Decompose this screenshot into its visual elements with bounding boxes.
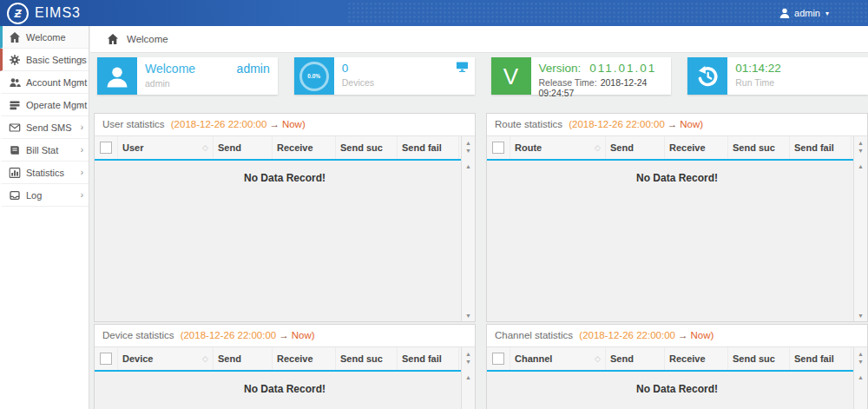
welcome-card-avatar (97, 57, 137, 95)
scroll-up-icon[interactable]: ▲ (462, 140, 475, 146)
version-badge: V (503, 65, 518, 88)
sidebar-item-label: Bill Stat (26, 145, 58, 155)
chevron-right-icon: › (81, 122, 83, 132)
column-header[interactable]: User◇ (118, 136, 214, 159)
column-header[interactable]: Send fail (398, 136, 459, 159)
select-all-checkbox[interactable] (100, 142, 112, 154)
scroll-up-icon[interactable]: ▲ (462, 163, 475, 169)
sidebar-item-statistics[interactable]: Statistics › (0, 162, 89, 184)
sidebar: Welcome Basic Settings › Account Mgmt › … (0, 26, 89, 409)
users-icon (9, 76, 21, 89)
column-header[interactable]: Receive (665, 347, 728, 370)
scroll-down-icon[interactable]: ▼ (462, 313, 475, 319)
version-label: Version: (539, 62, 582, 75)
column-label: Send (218, 353, 241, 364)
sidebar-item-log[interactable]: Log › (0, 184, 89, 207)
sidebar-item-welcome[interactable]: Welcome (0, 26, 89, 49)
empty-state: No Data Record! (95, 372, 475, 409)
book-icon (9, 144, 21, 156)
devices-count: 0 (342, 62, 467, 75)
column-header[interactable]: Send suc (728, 136, 790, 159)
panel-title-text: User statistics (102, 119, 165, 129)
column-header[interactable]: Send suc (336, 347, 398, 370)
date-range: (2018-12-26 22:00:00 (171, 119, 267, 129)
column-label: Route (515, 142, 542, 153)
column-header[interactable]: Send suc (728, 347, 790, 370)
scroll-down-icon[interactable]: ▼ (462, 148, 475, 154)
sidebar-item-account-mgmt[interactable]: Account Mgmt › (0, 71, 89, 94)
column-header[interactable]: Send fail (398, 347, 459, 370)
column-header[interactable]: Send suc (336, 136, 398, 159)
scrollbar[interactable]: ▲ ▼ ▲ (461, 347, 475, 409)
panel-title: Device statistics (2018-12-26 22:00:00→N… (95, 325, 475, 346)
scroll-down-icon[interactable]: ▼ (462, 359, 475, 365)
data-grid: Route◇ Send Receive Send suc Send fail T… (487, 135, 867, 321)
column-label: Device (122, 353, 153, 364)
welcome-title: Welcome (145, 62, 195, 76)
column-header[interactable]: Channel◇ (510, 347, 606, 370)
column-header[interactable]: Send (214, 136, 273, 159)
date-range: (2018-12-26 22:00:00 (181, 330, 277, 340)
select-all-checkbox[interactable] (492, 353, 504, 365)
runtime-label: Run Time (735, 77, 860, 88)
sidebar-item-label: Account Mgmt (26, 77, 87, 88)
panel-title: Channel statistics (2018-12-26 22:00:00→… (487, 325, 867, 346)
sidebar-item-basic-settings[interactable]: Basic Settings › (0, 49, 89, 71)
user-icon (779, 7, 791, 19)
arrow-icon: → (667, 119, 678, 129)
runtime-card-icon (687, 57, 727, 95)
scroll-down-icon[interactable]: ▼ (854, 313, 867, 319)
scroll-down-icon[interactable]: ▼ (854, 148, 867, 154)
scrollbar[interactable]: ▲ ▼ ▲ (853, 347, 867, 409)
scrollbar[interactable]: ▲ ▼ ▲ ▼ (461, 136, 475, 321)
sidebar-item-operate-mgmt[interactable]: Operate Mgmt › (0, 94, 89, 116)
column-header[interactable]: Send fail (790, 347, 852, 370)
route-statistics-panel: Route statistics (2018-12-26 22:00:00→No… (486, 113, 868, 322)
sidebar-item-bill-stat[interactable]: Bill Stat › (0, 139, 89, 162)
home-icon (9, 31, 21, 43)
scroll-up-icon[interactable]: ▲ (854, 374, 867, 380)
column-label: Send suc (340, 142, 383, 153)
column-label: Send suc (733, 142, 775, 153)
scroll-up-icon[interactable]: ▲ (462, 374, 475, 380)
scroll-up-icon[interactable]: ▲ (854, 140, 867, 146)
home-icon (107, 33, 119, 45)
runtime-value: 01:14:22 (735, 62, 860, 75)
summary-cards: Welcome admin admin 0.0% 0 Devices V Ver… (97, 57, 868, 95)
scroll-up-icon[interactable]: ▲ (854, 163, 867, 169)
monitor-icon (456, 61, 469, 73)
column-header[interactable]: Send (606, 347, 665, 370)
column-label: User (122, 142, 143, 153)
runtime-card-body: 01:14:22 Run Time (727, 57, 868, 95)
column-label: Send suc (733, 353, 775, 364)
scrollbar[interactable]: ▲ ▼ ▲ ▼ (853, 136, 867, 321)
column-header[interactable]: Receive (273, 136, 336, 159)
welcome-subtitle: admin (145, 78, 270, 89)
column-header[interactable]: Receive (273, 347, 336, 370)
column-header[interactable]: Send (606, 136, 665, 159)
select-all-checkbox[interactable] (492, 142, 504, 154)
bar-chart-icon (9, 167, 21, 179)
column-header[interactable]: Receive (665, 136, 728, 159)
data-grid: Channel◇ Send Receive Send suc Send fail… (487, 346, 867, 409)
column-header[interactable]: Send (214, 347, 273, 370)
sidebar-item-send-sms[interactable]: Send SMS › (0, 116, 89, 139)
panel-title: User statistics (2018-12-26 22:00:00→Now… (95, 114, 475, 135)
column-label: Send fail (794, 142, 834, 153)
person-icon (104, 63, 130, 89)
user-menu[interactable]: admin ▾ (779, 0, 829, 26)
scroll-up-icon[interactable]: ▲ (854, 351, 867, 357)
version-card: V Version: 011.01.01 Release Time:2018-1… (491, 57, 672, 95)
select-all-checkbox[interactable] (100, 353, 112, 365)
arrow-icon: → (678, 330, 688, 340)
column-header[interactable]: Route◇ (510, 136, 606, 159)
scroll-down-icon[interactable]: ▼ (854, 359, 867, 365)
date-range-now: Now) (680, 119, 703, 129)
scroll-up-icon[interactable]: ▲ (462, 351, 475, 357)
column-header[interactable]: Send fail (790, 136, 852, 159)
column-header[interactable]: Device◇ (118, 347, 214, 370)
devices-card-icon: 0.0% (294, 57, 334, 95)
user-menu-label: admin (794, 8, 820, 18)
welcome-username: admin (237, 62, 270, 76)
chevron-right-icon: › (81, 168, 83, 177)
